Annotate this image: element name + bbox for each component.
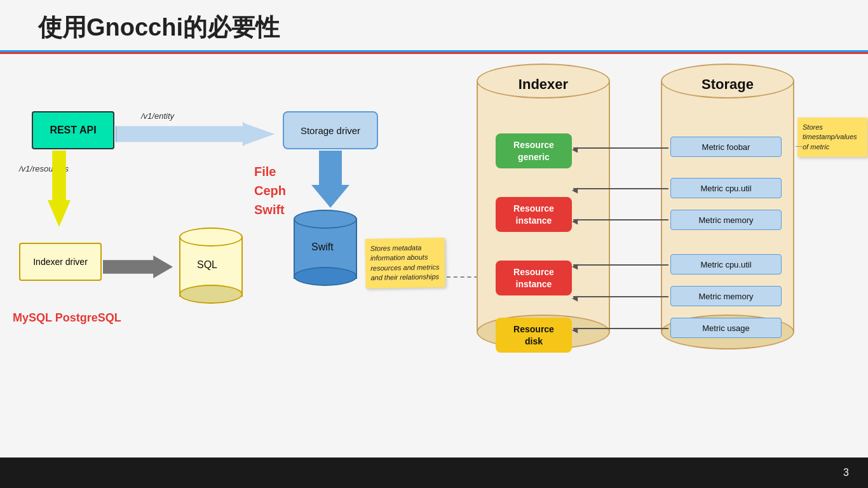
arrow-instance2-memory: ◀ bbox=[573, 296, 668, 297]
arrow-instance2-cpuutil: ◀ bbox=[573, 264, 668, 266]
sticky-timestamps-text: Stores timestamp/values of metric bbox=[803, 123, 857, 151]
storage-driver-label: Storage driver bbox=[301, 125, 360, 136]
storage-title: Storage bbox=[661, 76, 794, 93]
v1entity-label: /v1/entity bbox=[141, 111, 174, 121]
metric-cpuutil2-box: Metric cpu.util bbox=[670, 254, 782, 274]
arrow-h1: /v1/entity bbox=[116, 123, 275, 146]
arrow-instance1-memory: ◀ bbox=[573, 219, 668, 220]
swift-label: Swift bbox=[311, 241, 334, 253]
swift-cyl-top bbox=[294, 210, 357, 229]
sql-label: SQL bbox=[197, 259, 217, 271]
storage-driver-box: Storage driver bbox=[283, 111, 378, 149]
swift-cyl-bottom bbox=[294, 267, 357, 286]
footer-bar: 3 bbox=[0, 458, 868, 488]
metric-usage-box: Metric usage bbox=[670, 318, 782, 338]
file-ceph-swift-label: File Ceph Swift bbox=[254, 162, 286, 219]
resource-generic-label: Resourcegeneric bbox=[513, 139, 554, 162]
page-number: 3 bbox=[843, 467, 849, 478]
metric-cpuutil1-label: Metric cpu.util bbox=[700, 184, 751, 193]
rest-api-box: REST API bbox=[32, 111, 114, 149]
indexer-title: Indexer bbox=[477, 76, 610, 93]
indexer-driver-box: Indexer driver bbox=[19, 243, 102, 281]
arrow-storage-swift bbox=[311, 151, 349, 208]
arrow-generic-foobar: ◀ bbox=[573, 147, 668, 149]
arrow-instance1-cpuutil: ◀ bbox=[573, 188, 668, 189]
sql-cyl-bottom bbox=[179, 285, 243, 304]
metric-foobar-label: Metric foobar bbox=[702, 142, 750, 152]
mysql-label: MySQL PostgreSQL bbox=[13, 311, 121, 325]
sticky-metadata: Stores timestamp/values of metric Stores… bbox=[365, 238, 445, 288]
arrow-indexer-sql bbox=[103, 255, 173, 278]
sql-cyl-top bbox=[179, 227, 243, 247]
resource-disk-label: Resourcedisk bbox=[513, 323, 554, 346]
indexer-driver-label: Indexer driver bbox=[33, 257, 88, 267]
title-bar: 使用Gnocchi的必要性 bbox=[0, 0, 868, 52]
metric-memory2-box: Metric memory bbox=[670, 286, 782, 306]
resource-instance1-label: Resourceinstance bbox=[513, 203, 554, 226]
metric-foobar-box: Metric foobar bbox=[670, 137, 782, 157]
metric-usage-label: Metric usage bbox=[702, 323, 749, 333]
metric-cpuutil1-box: Metric cpu.util bbox=[670, 178, 782, 198]
resource-generic-box: Resourcegeneric bbox=[496, 133, 572, 168]
sql-cylinder: SQL bbox=[179, 227, 243, 304]
metric-memory2-label: Metric memory bbox=[699, 292, 754, 301]
metric-cpuutil2-label: Metric cpu.util bbox=[700, 260, 751, 269]
resource-instance2-box: Resourceinstance bbox=[496, 261, 572, 295]
arrow-disk-usage: ◀ bbox=[573, 328, 668, 329]
storage-cylinder bbox=[661, 64, 794, 349]
line-sticky-storage bbox=[796, 146, 802, 147]
metric-memory1-label: Metric memory bbox=[699, 215, 754, 225]
rest-api-label: REST API bbox=[50, 125, 96, 136]
sticky-timestamps: Stores timestamp/values of metric bbox=[797, 118, 867, 157]
slide-title: 使用Gnocchi的必要性 bbox=[38, 14, 280, 41]
resource-instance1-box: Resourceinstance bbox=[496, 197, 572, 232]
swift-cylinder: Swift bbox=[294, 210, 357, 286]
metric-memory1-box: Metric memory bbox=[670, 210, 782, 230]
arrow-restapi-storage bbox=[116, 123, 275, 146]
arrow-restapi-indexer bbox=[48, 151, 71, 227]
resource-disk-box: Resourcedisk bbox=[496, 318, 572, 353]
slide: 使用Gnocchi的必要性 REST API /v1/entity Storag… bbox=[0, 0, 868, 458]
resource-instance2-label: Resourceinstance bbox=[513, 266, 554, 289]
